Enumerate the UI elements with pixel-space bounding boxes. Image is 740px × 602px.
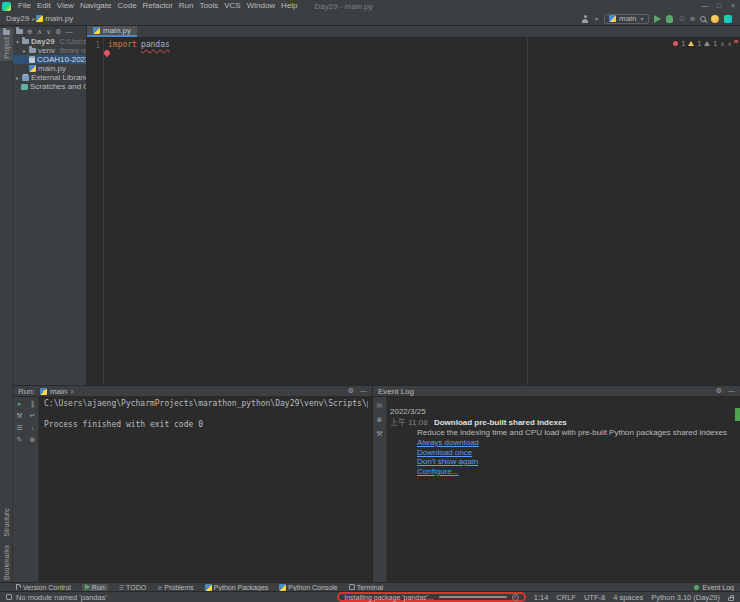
chevron-down-icon[interactable]: ▾ bbox=[594, 15, 599, 22]
chevron-right-icon[interactable]: ▸ bbox=[15, 74, 20, 81]
tool-button-python-packages[interactable]: Python Packages bbox=[205, 584, 268, 591]
menu-file[interactable]: File bbox=[15, 0, 34, 12]
soft-wrap-icon[interactable]: ↵ bbox=[30, 412, 36, 420]
rerun-icon[interactable]: ▸ bbox=[18, 400, 22, 408]
run-icon bbox=[85, 584, 90, 590]
tool-button-structure[interactable]: Structure bbox=[0, 508, 13, 536]
close-button[interactable]: × bbox=[726, 0, 740, 12]
tool-button-terminal[interactable]: Terminal bbox=[349, 584, 383, 591]
hide-panel-icon[interactable]: — bbox=[360, 387, 367, 395]
error-stripe-mark[interactable] bbox=[734, 40, 738, 43]
maximize-button[interactable]: □ bbox=[712, 0, 726, 12]
menu-window[interactable]: Window bbox=[244, 0, 278, 12]
run-tab-main[interactable]: main × bbox=[40, 387, 74, 396]
edit-icon[interactable]: ✎ bbox=[17, 436, 23, 444]
todo-icon: ☰ bbox=[119, 584, 124, 591]
close-icon[interactable]: × bbox=[70, 388, 74, 395]
interpreter[interactable]: Python 3.10 (Day29) bbox=[651, 593, 720, 602]
line-separator[interactable]: CRLF bbox=[556, 593, 576, 602]
locate-icon[interactable]: ⊕ bbox=[27, 28, 33, 36]
chevron-down-icon[interactable]: ▾ bbox=[15, 38, 20, 45]
tree-item-venv[interactable]: ▸ venv library root bbox=[13, 46, 86, 55]
file-encoding[interactable]: UTF-8 bbox=[584, 593, 605, 602]
tree-item-csv[interactable]: COAH10-2022-02.csv bbox=[13, 55, 86, 64]
mark-read-icon[interactable]: ✉ bbox=[377, 402, 383, 410]
restore-layout-icon[interactable]: ☰ bbox=[16, 424, 22, 432]
next-issue-icon[interactable]: ∨ bbox=[728, 40, 732, 47]
menu-tools[interactable]: Tools bbox=[197, 0, 222, 12]
collapse-all-icon[interactable]: ∨ bbox=[46, 28, 51, 36]
avatar-icon[interactable] bbox=[711, 15, 719, 23]
prev-issue-icon[interactable]: ∧ bbox=[720, 40, 724, 47]
link-download-once[interactable]: Download once bbox=[417, 448, 730, 458]
minimize-button[interactable]: — bbox=[698, 0, 712, 12]
pause-output-icon[interactable]: ∥ bbox=[31, 400, 35, 408]
breadcrumb-project[interactable]: Day29 bbox=[4, 14, 31, 23]
error-count-icon bbox=[673, 41, 678, 46]
clear-all-icon[interactable]: ⊗ bbox=[30, 436, 36, 444]
tool-button-label: Version Control bbox=[23, 584, 71, 591]
cancel-progress-button[interactable]: × bbox=[512, 594, 519, 601]
menu-code[interactable]: Code bbox=[114, 0, 139, 12]
tool-button-label: Python Console bbox=[288, 584, 337, 591]
tool-button-event-log[interactable]: Event Log bbox=[694, 584, 734, 591]
gear-icon[interactable]: ⚙ bbox=[55, 28, 61, 36]
scratches-icon bbox=[21, 84, 28, 90]
clear-log-icon[interactable]: ⊗ bbox=[377, 416, 383, 424]
indent-setting[interactable]: 4 spaces bbox=[613, 593, 643, 602]
tree-item-scratches[interactable]: Scratches and Consoles bbox=[13, 82, 86, 91]
tool-button-label: Terminal bbox=[357, 584, 383, 591]
python-icon bbox=[279, 584, 286, 591]
hide-panel-icon[interactable]: — bbox=[728, 387, 735, 395]
tab-main-py[interactable]: main.py bbox=[87, 26, 137, 37]
link-configure[interactable]: Configure... bbox=[417, 467, 730, 477]
inspections-widget[interactable]: 1 1 1 ∧ ∨ bbox=[673, 40, 732, 47]
window-controls: — □ × bbox=[698, 0, 740, 12]
run-config-selector[interactable]: main ▾ bbox=[604, 14, 649, 24]
run-button[interactable] bbox=[654, 15, 661, 23]
tool-button-version-control[interactable]: Version Control bbox=[16, 584, 71, 591]
search-everywhere-icon[interactable] bbox=[700, 16, 706, 22]
chevron-down-icon: ▾ bbox=[639, 15, 644, 22]
menu-navigate[interactable]: Navigate bbox=[77, 0, 115, 12]
menu-edit[interactable]: Edit bbox=[34, 0, 54, 12]
tool-button-run[interactable]: Run bbox=[82, 584, 108, 591]
menu-refactor[interactable]: Refactor bbox=[140, 0, 176, 12]
tool-button-python-console[interactable]: Python Console bbox=[279, 584, 337, 591]
tool-button-todo[interactable]: ☰ TODO bbox=[119, 584, 147, 591]
user-icon[interactable] bbox=[581, 15, 589, 23]
tool-button-project[interactable]: Project bbox=[0, 28, 13, 61]
readonly-lock-icon[interactable] bbox=[728, 597, 734, 601]
wrench-icon[interactable]: ⚒ bbox=[16, 412, 22, 420]
hide-panel-icon[interactable]: — bbox=[65, 28, 72, 35]
breadcrumb-file[interactable]: main.py bbox=[43, 14, 75, 23]
link-dont-show-again[interactable]: Don't show again bbox=[417, 457, 730, 467]
chevron-right-icon[interactable]: ▸ bbox=[22, 47, 27, 54]
tree-item-label: COAH10-2022-02.csv bbox=[37, 55, 86, 64]
menu-run[interactable]: Run bbox=[176, 0, 197, 12]
gear-icon[interactable]: ⚙ bbox=[716, 387, 722, 395]
tree-item-day29[interactable]: ▾ Day29 C:\Users\ajaeng\PycharmProjects\… bbox=[13, 37, 86, 46]
coverage-button[interactable]: ⊙ bbox=[678, 14, 685, 23]
gear-icon[interactable]: ⚙ bbox=[348, 387, 354, 395]
run-panel: Run: main × ⚙ — ▸ ∥ ⚒ ↵ ☰ ↓ ✎ ⊗ C:\Users… bbox=[13, 385, 372, 582]
tool-window-switcher-icon[interactable] bbox=[6, 594, 12, 600]
menu-help[interactable]: Help bbox=[278, 0, 300, 12]
event-log-title: Event Log bbox=[378, 387, 414, 396]
scroll-to-end-icon[interactable]: ↓ bbox=[31, 424, 35, 432]
link-always-download[interactable]: Always download bbox=[417, 438, 730, 448]
expand-all-icon[interactable]: ∧ bbox=[37, 28, 42, 36]
code-area[interactable]: importpandas bbox=[108, 38, 732, 58]
tree-item-main-py[interactable]: main.py bbox=[13, 64, 86, 73]
menu-vcs[interactable]: VCS bbox=[221, 0, 243, 12]
settings-wrench-icon[interactable]: ⚒ bbox=[376, 430, 382, 438]
tree-item-external-libraries[interactable]: ▸ External Libraries bbox=[13, 73, 86, 82]
caret-position[interactable]: 1:14 bbox=[534, 593, 549, 602]
tool-button-bookmarks[interactable]: Bookmarks bbox=[0, 545, 13, 580]
ide-features-icon[interactable] bbox=[724, 15, 732, 23]
navigation-bar: Day29 ▸ main.py ▾ main ▾ ⊙ ■ bbox=[0, 12, 740, 26]
debug-button[interactable] bbox=[666, 15, 673, 23]
tool-button-problems[interactable]: ⊘ Problems bbox=[157, 584, 194, 591]
menu-view[interactable]: View bbox=[54, 0, 77, 12]
select-opened-file-icon[interactable] bbox=[16, 29, 23, 34]
